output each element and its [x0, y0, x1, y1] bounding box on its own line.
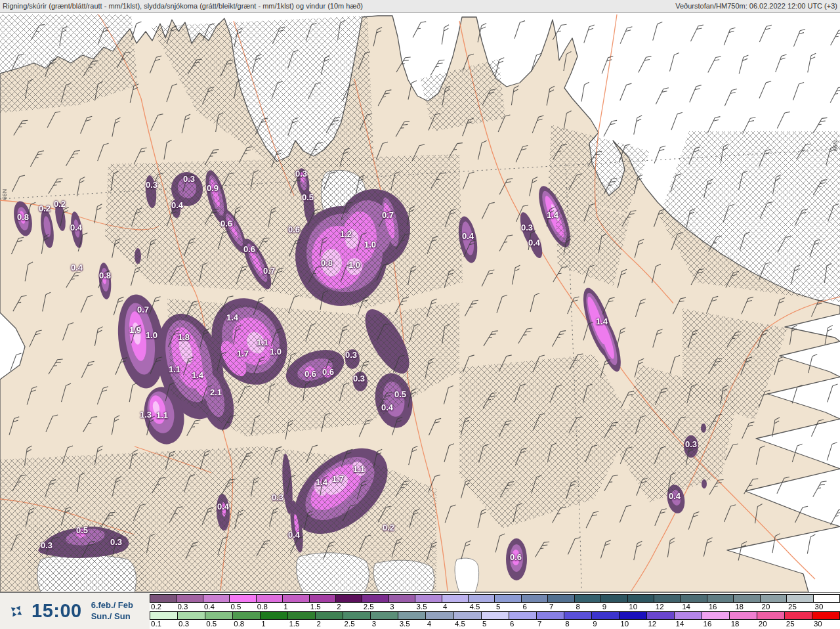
scale-cell	[454, 612, 482, 619]
scale-cell	[261, 612, 288, 619]
scale-cell	[537, 612, 564, 619]
scale-cell	[785, 612, 812, 619]
scale-tick-label: 0.3	[178, 620, 189, 628]
scale-tick-label: 30	[814, 620, 822, 628]
scale-cell	[522, 595, 548, 602]
scale-tick-label: 2	[316, 620, 320, 628]
scale-tick-label: 0.3	[177, 603, 188, 611]
scale-tick-label: 12	[656, 603, 664, 611]
scale-cell	[469, 595, 495, 602]
map-canvas	[0, 13, 840, 592]
model-run-info: Veðurstofan/HM750m: 06.02.2022 12:00 UTC…	[675, 2, 837, 10]
sleet-scale-labels: 0.20.30.40.50.811.522.533.544.5567891012…	[150, 603, 840, 611]
rain-color-scale	[150, 611, 840, 620]
scale-tick-label: 8	[565, 620, 569, 628]
scale-cell	[177, 595, 203, 602]
scale-cell	[150, 595, 177, 602]
scale-tick-label: 30	[815, 603, 824, 611]
header-bar: Rigning/skúrir (grænt/blátt/rautt - mm/1…	[0, 0, 840, 13]
scale-cell	[681, 595, 707, 602]
scale-tick-label: 2	[337, 603, 341, 611]
scale-tick-label: 9	[602, 603, 606, 611]
forecast-date-line2: Sun./ Sun	[91, 611, 133, 622]
scale-tick-label: 4	[427, 620, 431, 628]
scale-tick-label: 0.8	[257, 603, 268, 611]
scale-cell	[316, 612, 343, 619]
scale-cell	[288, 612, 316, 619]
scale-tick-label: 25	[788, 603, 797, 611]
scale-cell	[178, 612, 205, 619]
time-panel: 15:00 6.feb./ Feb Sun./ Sun	[0, 593, 150, 629]
scale-tick-label: 4.5	[455, 620, 465, 628]
scale-tick-label: 1.5	[310, 603, 321, 611]
scale-cell	[548, 595, 574, 602]
scale-tick-label: 4.5	[470, 603, 480, 611]
scale-cell	[398, 612, 426, 619]
scale-cell	[150, 612, 178, 619]
scale-cell	[310, 595, 336, 602]
rain-scale-labels: 0.10.30.50.811.522.533.544.5567891012141…	[150, 620, 840, 628]
scale-cell	[564, 612, 592, 619]
forecast-date: 6.feb./ Feb Sun./ Sun	[91, 600, 133, 622]
scale-tick-label: 20	[759, 620, 767, 628]
scale-tick-label: 7	[549, 603, 553, 611]
weather-map	[0, 13, 840, 592]
scale-cell	[601, 595, 627, 602]
scale-cell	[343, 612, 371, 619]
scale-tick-label: 3.5	[417, 603, 427, 611]
scale-tick-label: 0.5	[230, 603, 241, 611]
forecast-time: 15:00	[32, 600, 82, 622]
scale-tick-label: 14	[676, 620, 684, 628]
scale-tick-label: 1	[284, 603, 287, 611]
scale-cell	[371, 612, 398, 619]
scale-cell	[575, 595, 601, 602]
scale-tick-label: 2.5	[364, 603, 374, 611]
scale-cell	[205, 612, 233, 619]
scale-cell	[592, 612, 620, 619]
map-legend-title: Rigning/skúrir (grænt/blátt/rautt - mm/1…	[3, 2, 363, 10]
scale-cell	[734, 595, 760, 602]
scale-cell	[230, 595, 256, 602]
scale-tick-label: 2.5	[345, 620, 355, 628]
scale-tick-label: 6	[522, 603, 526, 611]
forecast-date-line1: 6.feb./ Feb	[91, 600, 133, 611]
scale-cell	[707, 595, 734, 602]
scale-cell	[495, 595, 521, 602]
scale-tick-label: 0.4	[204, 603, 215, 611]
weather-service-logo-icon	[8, 603, 25, 620]
scale-cell	[628, 595, 654, 602]
scale-tick-label: 0.2	[151, 603, 161, 611]
scale-tick-label: 18	[731, 620, 740, 628]
scale-cell	[336, 595, 362, 602]
scale-tick-label: 0.1	[151, 620, 161, 628]
scale-cell	[442, 595, 469, 602]
scale-cell	[283, 595, 309, 602]
scale-tick-label: 1	[261, 620, 265, 628]
scale-cell	[233, 612, 261, 619]
scale-tick-label: 0.5	[206, 620, 217, 628]
scale-cell	[509, 612, 537, 619]
scale-tick-label: 4	[443, 603, 447, 611]
scale-cell	[761, 595, 787, 602]
scale-tick-label: 6	[510, 620, 514, 628]
scale-cell	[426, 612, 453, 619]
scale-tick-label: 20	[762, 603, 770, 611]
sleet-color-scale	[150, 594, 840, 603]
scale-tick-label: 25	[786, 620, 795, 628]
scale-cell	[730, 612, 757, 619]
weather-map-page: { "header": { "left": "Rigning/skúrir (g…	[0, 0, 840, 629]
scale-cell	[757, 612, 785, 619]
scale-tick-label: 7	[537, 620, 541, 628]
scale-cell	[257, 595, 283, 602]
scale-tick-label: 14	[682, 603, 690, 611]
scale-tick-label: 1.5	[289, 620, 299, 628]
scale-tick-label: 3	[372, 620, 376, 628]
scale-tick-label: 16	[709, 603, 717, 611]
scale-tick-label: 5	[482, 620, 486, 628]
scale-cell	[482, 612, 509, 619]
scale-tick-label: 5	[496, 603, 500, 611]
scale-tick-label: 0.8	[234, 620, 244, 628]
scale-cell	[654, 595, 681, 602]
scale-cell	[389, 595, 415, 602]
scale-tick-label: 9	[593, 620, 597, 628]
